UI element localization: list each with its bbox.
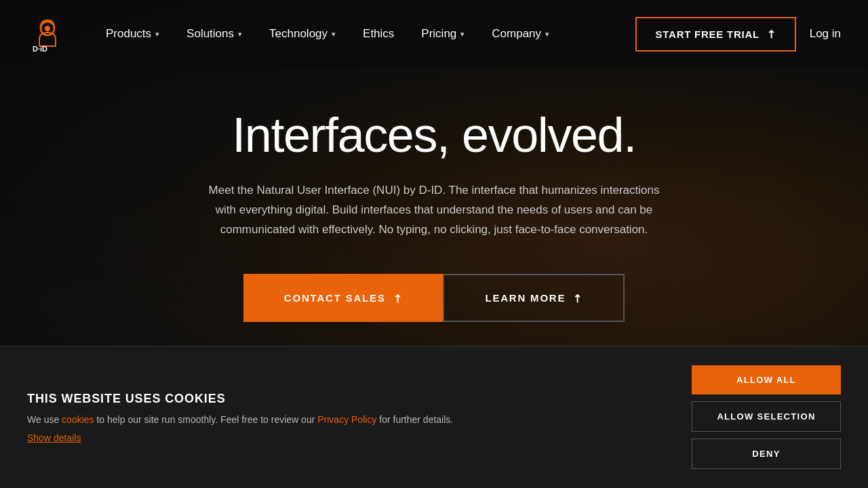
hero-subtitle: Meet the Natural User Interface (NUI) by… — [203, 181, 665, 240]
nav-item-technology[interactable]: Technology ▾ — [258, 22, 347, 46]
cookies-link[interactable]: cookies — [62, 414, 94, 425]
chevron-down-icon: ▾ — [238, 30, 242, 39]
chevron-down-icon: ▾ — [460, 30, 465, 39]
deny-button[interactable]: DENY — [692, 439, 841, 469]
contact-sales-button[interactable]: CONTACT SALES ↗ — [243, 274, 443, 322]
chevron-down-icon: ▾ — [155, 30, 159, 39]
privacy-policy-link[interactable]: Privacy Policy — [317, 414, 376, 425]
cookie-title: THIS WEBSITE USES COOKIES — [27, 392, 453, 406]
logo[interactable]: D·iD — [27, 14, 68, 54]
arrow-icon: ↗ — [389, 289, 406, 306]
nav-item-products[interactable]: Products ▾ — [95, 22, 170, 46]
svg-point-1 — [45, 26, 50, 31]
hero-buttons: CONTACT SALES ↗ LEARN MORE ↗ — [243, 274, 625, 322]
nav-links: Products ▾ Solutions ▾ Technology ▾ Ethi… — [95, 22, 635, 46]
navbar: D·iD Products ▾ Solutions ▾ Technology ▾… — [0, 0, 868, 68]
learn-more-button[interactable]: LEARN MORE ↗ — [443, 274, 625, 322]
allow-all-button[interactable]: ALLOW ALL — [692, 365, 841, 394]
cookie-banner: THIS WEBSITE USES COOKIES We use cookies… — [0, 346, 868, 488]
show-details-link[interactable]: Show details — [27, 432, 453, 443]
svg-text:D·iD: D·iD — [33, 45, 47, 53]
cookie-body: We use cookies to help our site run smoo… — [27, 413, 453, 427]
cookie-content: THIS WEBSITE USES COOKIES We use cookies… — [27, 392, 453, 443]
chevron-down-icon: ▾ — [545, 30, 549, 39]
hero-title: Interfaces, evolved. — [232, 108, 636, 162]
nav-item-pricing[interactable]: Pricing ▾ — [410, 22, 475, 46]
chevron-down-icon: ▾ — [332, 30, 336, 39]
nav-item-solutions[interactable]: Solutions ▾ — [176, 22, 253, 46]
nav-item-ethics[interactable]: Ethics — [352, 22, 405, 46]
cookie-buttons: ALLOW ALL ALLOW SELECTION DENY — [692, 365, 841, 469]
hero-section: Interfaces, evolved. Meet the Natural Us… — [0, 68, 868, 349]
start-trial-button[interactable]: START FREE TRIAL ↗ — [635, 17, 796, 52]
arrow-icon: ↗ — [763, 26, 778, 41]
nav-item-company[interactable]: Company ▾ — [481, 22, 560, 46]
nav-right: START FREE TRIAL ↗ Log in — [635, 17, 841, 52]
arrow-icon: ↗ — [570, 289, 586, 306]
allow-selection-button[interactable]: ALLOW SELECTION — [692, 401, 841, 432]
login-link[interactable]: Log in — [810, 27, 841, 41]
